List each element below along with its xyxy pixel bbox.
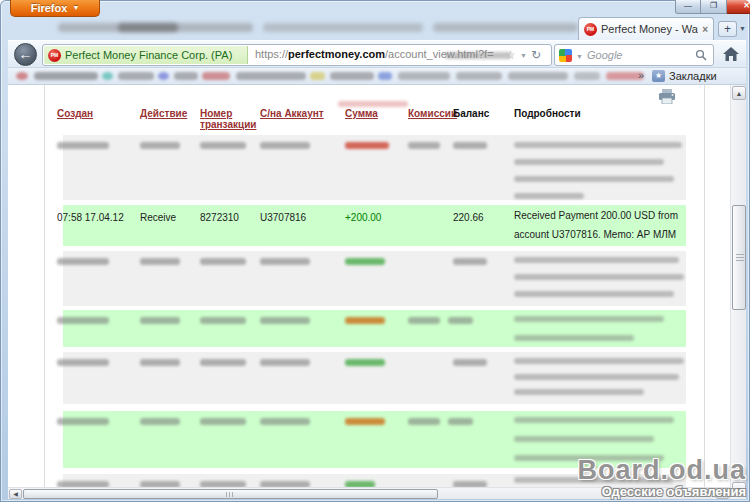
blurred-text (200, 258, 246, 265)
blurred-text (140, 142, 180, 149)
firefox-menu-label: Firefox (31, 2, 68, 14)
site-identity-badge[interactable]: PM Perfect Money Finance Corp. (PA) (44, 46, 248, 64)
blurred-text (453, 258, 487, 265)
reload-icon[interactable]: ↻ (531, 48, 541, 62)
column-header-created[interactable]: Создан (57, 108, 93, 119)
new-tab-button[interactable]: + (718, 21, 737, 37)
bookmarks-label[interactable]: Закладки (669, 70, 717, 82)
blurred-text (453, 359, 487, 366)
home-button[interactable] (722, 46, 740, 62)
blurred-text (260, 258, 310, 265)
search-box[interactable]: ▼ Google (554, 44, 714, 66)
bookmark-item-blurred[interactable] (378, 72, 392, 80)
blurred-text (408, 142, 440, 149)
column-header-fee[interactable]: Комиссии (408, 108, 457, 119)
bookmark-item-blurred[interactable] (574, 72, 600, 80)
bookmark-item-blurred[interactable] (508, 72, 568, 80)
blurred-text (200, 142, 246, 149)
blurred-text (200, 359, 246, 366)
blurred-text (408, 317, 440, 324)
scrollbar-grip (226, 492, 235, 497)
watermark-line1: Board.od.ua (577, 457, 746, 484)
scrollbar-grip (736, 254, 744, 261)
blurred-text (514, 291, 674, 297)
blurred-text (345, 317, 385, 324)
blurred-text (260, 481, 310, 487)
blurred-text (140, 481, 180, 487)
bookmark-star-icon[interactable]: ☆ (505, 48, 516, 62)
bookmarks-icon[interactable]: ★ (652, 70, 665, 82)
column-header-details: Подробности (514, 108, 581, 119)
bookmark-item-blurred[interactable] (16, 72, 28, 80)
blurred-text (140, 418, 180, 425)
blurred-text (57, 142, 109, 149)
tab-perfect-money[interactable]: PM Perfect Money - Way to dev... × (578, 17, 714, 40)
scroll-left-icon[interactable]: ◀ (9, 489, 22, 499)
blurred-text (514, 193, 584, 199)
back-button[interactable]: ← (14, 43, 37, 66)
bookmark-item-blurred[interactable] (310, 72, 325, 80)
bookmark-item-blurred[interactable] (398, 72, 450, 80)
bookmark-item-blurred[interactable] (158, 72, 169, 80)
url-dropdown-icon[interactable]: ▼ (520, 52, 527, 59)
bookmarks-toolbar: » ★ Закладки (8, 68, 746, 85)
minimize-button[interactable]: — (675, 0, 701, 14)
blurred-text (345, 418, 385, 425)
blurred-text (57, 418, 109, 425)
blurred-text (345, 481, 375, 487)
tab-blurred[interactable] (118, 23, 178, 32)
browser-window: Firefox▼ — ❐ ✕ PM Perfect Money - Way to… (0, 0, 750, 502)
blurred-text (448, 317, 473, 324)
blurred-text (514, 335, 634, 341)
vertical-scrollbar-thumb[interactable] (732, 205, 746, 310)
cell-action: Receive (140, 212, 176, 223)
page-right-edge (704, 85, 705, 487)
blurred-text (260, 359, 310, 366)
bookmark-item-blurred[interactable] (456, 72, 502, 80)
tab-blurred[interactable] (433, 23, 578, 32)
blurred-text (140, 258, 180, 265)
perfect-money-favicon-icon: PM (48, 49, 61, 62)
cell-details: Received Payment 200.00 USD from account… (514, 206, 684, 244)
scroll-up-icon[interactable]: ▲ (732, 86, 746, 100)
vertical-scrollbar[interactable]: ▲ ▼ (730, 85, 746, 499)
print-icon[interactable] (658, 89, 676, 104)
cell-account: U3707816 (260, 212, 306, 223)
blurred-text (345, 258, 385, 265)
chevron-down-icon: ▼ (72, 4, 79, 11)
search-engine-dropdown-icon[interactable]: ▼ (576, 53, 583, 60)
bookmark-item-blurred[interactable] (236, 72, 306, 80)
blurred-text (260, 317, 310, 324)
close-button[interactable]: ✕ (727, 0, 750, 14)
bookmarks-overflow-chevron[interactable]: » (638, 69, 644, 81)
list-all-tabs-icon[interactable]: ▼ (739, 25, 746, 32)
horizontal-scrollbar-thumb[interactable] (23, 489, 438, 499)
google-engine-icon[interactable] (559, 49, 572, 62)
column-header-amount[interactable]: Сумма (345, 108, 378, 119)
tab-blurred[interactable] (263, 23, 423, 32)
column-header-account[interactable]: С/на Аккаунт (260, 108, 324, 119)
bookmark-item-blurred[interactable] (118, 72, 154, 80)
bookmark-item-blurred[interactable] (202, 72, 230, 80)
firefox-menu-button[interactable]: Firefox▼ (10, 0, 100, 17)
cell-balance: 220.66 (453, 212, 484, 223)
blurred-text (514, 358, 684, 364)
blurred-text (57, 258, 109, 265)
column-header-action[interactable]: Действие (140, 108, 187, 119)
perfect-money-favicon-icon: PM (584, 23, 597, 36)
column-header-batch[interactable]: Номер транзакции (200, 108, 254, 130)
page-left-edge (44, 85, 45, 487)
cell-created: 07:58 17.04.12 (57, 212, 124, 223)
blurred-text (453, 481, 487, 487)
url-bar[interactable]: PM Perfect Money Finance Corp. (PA) http… (42, 44, 552, 66)
search-icon[interactable] (695, 49, 707, 61)
bookmark-item-blurred[interactable] (34, 72, 98, 80)
blurred-text (200, 481, 246, 487)
bookmark-item-blurred[interactable] (174, 72, 198, 80)
blurred-text (514, 417, 674, 423)
restore-button[interactable]: ❐ (701, 0, 727, 14)
bookmark-item-blurred[interactable] (102, 72, 113, 80)
blurred-text (57, 481, 109, 487)
tab-close-icon[interactable]: × (702, 24, 708, 35)
bookmark-item-blurred[interactable] (330, 72, 374, 80)
